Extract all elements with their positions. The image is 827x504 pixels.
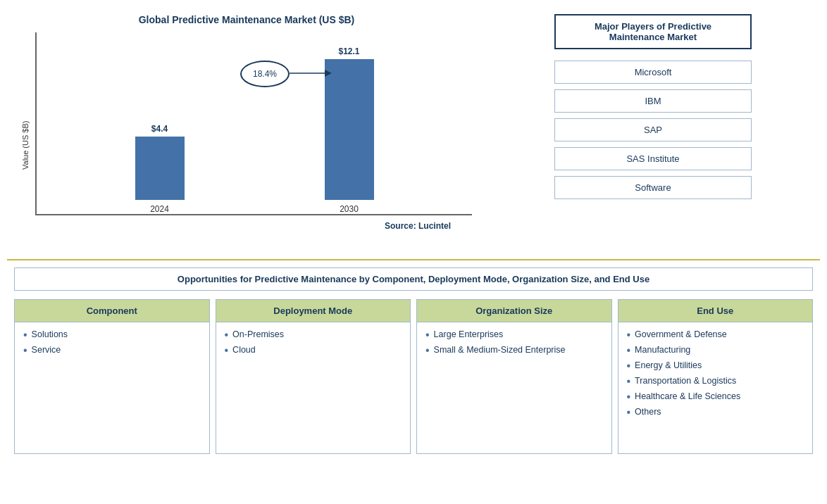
item-label: Small & Medium-Sized Enterprise: [434, 345, 566, 355]
bullet-icon: •: [627, 391, 631, 403]
bar-label-2024: 2024: [150, 204, 169, 214]
item-others: • Others: [627, 407, 804, 418]
item-service: • Service: [23, 345, 201, 356]
item-label: Energy & Utilities: [635, 360, 702, 370]
bullet-icon: •: [425, 345, 430, 356]
cagr-arrow-svg: [290, 66, 332, 80]
category-items-org-size: • Large Enterprises • Small & Medium-Siz…: [417, 322, 611, 363]
bullet-icon: •: [425, 329, 430, 341]
bar-value-2030: $12.1: [338, 46, 359, 56]
item-healthcare-life-sciences: • Healthcare & Life Sciences: [627, 391, 804, 403]
player-sas: SAS Institute: [554, 147, 752, 170]
bar-group-2030: $12.1 2030: [325, 46, 374, 214]
item-label: Government & Defense: [635, 329, 727, 339]
cagr-value: 18.4%: [253, 69, 277, 79]
category-component: Component • Solutions • Service: [14, 299, 210, 454]
category-deployment: Deployment Mode • On-Premises • Cloud: [216, 299, 411, 454]
item-on-premises: • On-Premises: [225, 329, 402, 341]
chart-inner: 18.4% $4.4 2024: [35, 32, 472, 215]
top-section: Global Predictive Maintenance Market (US…: [7, 7, 820, 260]
item-label: Transportation & Logistics: [635, 376, 736, 386]
item-label: Cloud: [232, 345, 256, 355]
bullet-icon: •: [627, 407, 631, 418]
chart-title: Global Predictive Maintenance Market (US…: [139, 14, 355, 25]
bullet-icon: •: [627, 360, 631, 372]
bar-group-2024: $4.4 2024: [135, 124, 185, 214]
cagr-ellipse: 18.4%: [240, 61, 290, 87]
categories-row: Component • Solutions • Service Deployme…: [14, 299, 813, 454]
bar-label-2030: 2030: [340, 204, 359, 214]
player-ibm: IBM: [554, 89, 752, 113]
player-software: Software: [554, 176, 752, 199]
category-header-end-use: End Use: [618, 300, 813, 322]
bullet-icon: •: [627, 329, 631, 341]
category-header-org-size: Organization Size: [417, 300, 611, 322]
player-microsoft: Microsoft: [554, 61, 752, 84]
players-title: Major Players of Predictive Maintenance …: [554, 14, 752, 49]
item-label: Healthcare & Life Sciences: [635, 391, 740, 401]
bullet-icon: •: [23, 329, 27, 341]
bullet-icon: •: [627, 376, 631, 387]
bullet-icon: •: [23, 345, 27, 356]
item-gov-defense: • Government & Defense: [627, 329, 804, 341]
category-end-use: End Use • Government & Defense • Manufac…: [618, 299, 814, 454]
item-transportation-logistics: • Transportation & Logistics: [627, 376, 804, 387]
item-large-enterprises: • Large Enterprises: [425, 329, 603, 341]
bullet-icon: •: [627, 345, 631, 356]
category-header-deployment: Deployment Mode: [216, 300, 411, 322]
category-header-component: Component: [15, 300, 209, 322]
category-items-deployment: • On-Premises • Cloud: [216, 322, 411, 363]
main-container: Global Predictive Maintenance Market (US…: [0, 0, 827, 504]
category-items-end-use: • Government & Defense • Manufacturing •…: [618, 322, 813, 425]
right-panel: Major Players of Predictive Maintenance …: [486, 7, 820, 259]
bullet-icon: •: [225, 329, 229, 341]
item-cloud: • Cloud: [225, 345, 402, 356]
bottom-section: Opportunities for Predictive Maintenance…: [7, 260, 820, 497]
item-solutions: • Solutions: [23, 329, 201, 341]
item-energy-utilities: • Energy & Utilities: [627, 360, 804, 372]
cagr-annotation: 18.4%: [240, 61, 290, 87]
item-label: Large Enterprises: [434, 329, 504, 339]
item-label: Others: [635, 407, 661, 417]
y-axis-label: Value (US $B): [21, 75, 30, 215]
bullet-icon: •: [225, 345, 229, 356]
player-sap: SAP: [554, 118, 752, 141]
item-sme: • Small & Medium-Sized Enterprise: [425, 345, 603, 356]
category-items-component: • Solutions • Service: [15, 322, 209, 363]
item-manufacturing: • Manufacturing: [627, 345, 804, 356]
item-label: On-Premises: [232, 329, 284, 339]
opportunities-title: Opportunities for Predictive Maintenance…: [14, 267, 813, 291]
chart-area: Global Predictive Maintenance Market (US…: [7, 7, 486, 259]
bar-2024: [135, 137, 185, 200]
bar-value-2024: $4.4: [151, 124, 168, 134]
svg-marker-1: [325, 70, 332, 77]
item-label: Solutions: [32, 329, 68, 339]
chart-wrapper: Value (US $B) 18.4%: [21, 32, 472, 215]
source-label: Source: Lucintel: [385, 221, 451, 231]
item-label: Service: [32, 345, 61, 355]
item-label: Manufacturing: [635, 345, 690, 355]
bars-container: 18.4% $4.4 2024: [35, 32, 472, 215]
category-org-size: Organization Size • Large Enterprises • …: [416, 299, 612, 454]
bar-2030: [325, 59, 374, 200]
